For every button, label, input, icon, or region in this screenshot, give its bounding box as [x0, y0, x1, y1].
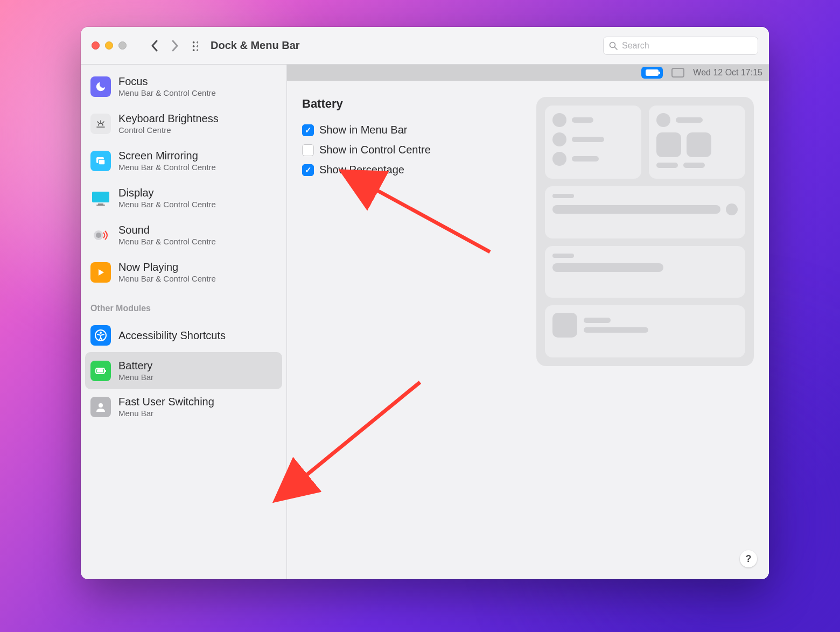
- zoom-window-button[interactable]: [118, 41, 127, 50]
- svg-point-12: [96, 233, 101, 238]
- menubar-battery-icon: [641, 67, 663, 79]
- sidebar-item-label: Screen Mirroring: [118, 150, 216, 161]
- svg-rect-16: [97, 369, 103, 373]
- sidebar-item-sub: Menu Bar & Control Centre: [118, 200, 216, 209]
- main-content: Wed 12 Oct 17:15 Battery Show in Menu Ba…: [287, 65, 769, 579]
- sidebar-item-sub: Menu Bar & Control Centre: [118, 163, 216, 172]
- menubar-preview: Wed 12 Oct 17:15: [287, 65, 769, 81]
- search-field[interactable]: [603, 37, 758, 55]
- sidebar-item-display[interactable]: Display Menu Bar & Control Centre: [81, 179, 286, 216]
- checkbox[interactable]: [302, 164, 314, 176]
- sidebar-item-fast-user-switching[interactable]: Fast User Switching Menu Bar: [81, 389, 286, 424]
- display-icon: [90, 188, 111, 208]
- sidebar-item-now-playing[interactable]: Now Playing Menu Bar & Control Centre: [81, 254, 286, 291]
- sidebar-item-sub: Menu Bar & Control Centre: [118, 88, 216, 97]
- svg-rect-9: [98, 203, 103, 205]
- sidebar-item-sound[interactable]: Sound Menu Bar & Control Centre: [81, 216, 286, 254]
- sidebar-item-sub: Menu Bar: [118, 373, 153, 382]
- screen-mirroring-icon: [90, 151, 111, 171]
- close-window-button[interactable]: [92, 41, 100, 50]
- search-input[interactable]: [622, 41, 752, 51]
- sidebar-item-label: Focus: [118, 75, 216, 87]
- svg-point-18: [99, 403, 103, 408]
- sidebar-item-label: Fast User Switching: [118, 396, 214, 408]
- minimize-window-button[interactable]: [105, 41, 113, 50]
- option-show-in-control-centre[interactable]: Show in Control Centre: [302, 144, 520, 156]
- now-playing-icon: [90, 262, 111, 283]
- sidebar-item-sub: Menu Bar & Control Centre: [118, 237, 216, 246]
- sidebar-item-label: Keyboard Brightness: [118, 113, 219, 124]
- svg-point-14: [100, 332, 102, 334]
- sidebar-item-label: Sound: [118, 224, 216, 236]
- menubar-control-centre-icon: [671, 68, 684, 78]
- sidebar[interactable]: Focus Menu Bar & Control Centre Keyboard…: [81, 65, 287, 579]
- preferences-window: Dock & Menu Bar Focus Menu Bar & Control…: [81, 27, 769, 579]
- sidebar-item-sub: Menu Bar: [118, 409, 214, 418]
- menubar-datetime: Wed 12 Oct 17:15: [693, 68, 762, 78]
- keyboard-brightness-icon: [90, 114, 111, 134]
- chevron-right-icon: [171, 40, 179, 52]
- svg-line-1: [615, 47, 618, 50]
- sidebar-item-battery[interactable]: Battery Menu Bar: [85, 352, 282, 389]
- sidebar-item-label: Battery: [118, 360, 153, 371]
- sidebar-item-accessibility-shortcuts[interactable]: Accessibility Shortcuts: [81, 319, 286, 352]
- svg-rect-7: [99, 159, 105, 165]
- show-all-button[interactable]: [188, 36, 203, 55]
- window-title: Dock & Menu Bar: [211, 39, 300, 52]
- checkbox[interactable]: [302, 124, 314, 136]
- checkbox-label: Show in Control Centre: [319, 144, 431, 156]
- sidebar-item-keyboard-brightness[interactable]: Keyboard Brightness Control Centre: [81, 105, 286, 142]
- help-icon: ?: [746, 553, 752, 565]
- sidebar-item-sub: Menu Bar & Control Centre: [118, 274, 216, 283]
- sidebar-item-label: Now Playing: [118, 261, 216, 273]
- svg-line-4: [97, 122, 99, 123]
- option-show-in-menu-bar[interactable]: Show in Menu Bar: [302, 124, 520, 136]
- control-centre-preview: [536, 97, 754, 366]
- forward-button[interactable]: [167, 36, 183, 55]
- option-show-percentage[interactable]: Show Percentage: [302, 164, 520, 176]
- accessibility-icon: [90, 325, 111, 346]
- settings-title: Battery: [302, 97, 520, 111]
- grid-icon: [191, 40, 198, 52]
- sidebar-item-label: Display: [118, 187, 216, 199]
- sidebar-item-screen-mirroring[interactable]: Screen Mirroring Menu Bar & Control Cent…: [81, 142, 286, 179]
- sidebar-item-label: Accessibility Shortcuts: [118, 329, 226, 341]
- sound-icon: [90, 225, 111, 245]
- sidebar-item-sub: Control Centre: [118, 125, 219, 135]
- svg-rect-8: [92, 192, 109, 202]
- search-icon: [609, 41, 618, 50]
- battery-icon: [90, 361, 111, 381]
- sidebar-item-focus[interactable]: Focus Menu Bar & Control Centre: [81, 68, 286, 105]
- focus-icon: [90, 76, 111, 97]
- svg-rect-17: [105, 370, 106, 372]
- window-controls: [92, 41, 127, 50]
- back-button[interactable]: [147, 36, 162, 55]
- help-button[interactable]: ?: [740, 550, 757, 567]
- fast-user-switching-icon: [90, 397, 111, 417]
- checkbox-label: Show in Menu Bar: [319, 124, 407, 136]
- checkbox-label: Show Percentage: [319, 164, 404, 176]
- toolbar: Dock & Menu Bar: [81, 27, 769, 65]
- svg-line-5: [103, 122, 104, 123]
- svg-rect-10: [96, 205, 105, 206]
- checkbox[interactable]: [302, 144, 314, 156]
- sidebar-section-header: Other Modules: [81, 291, 286, 319]
- chevron-left-icon: [151, 40, 158, 52]
